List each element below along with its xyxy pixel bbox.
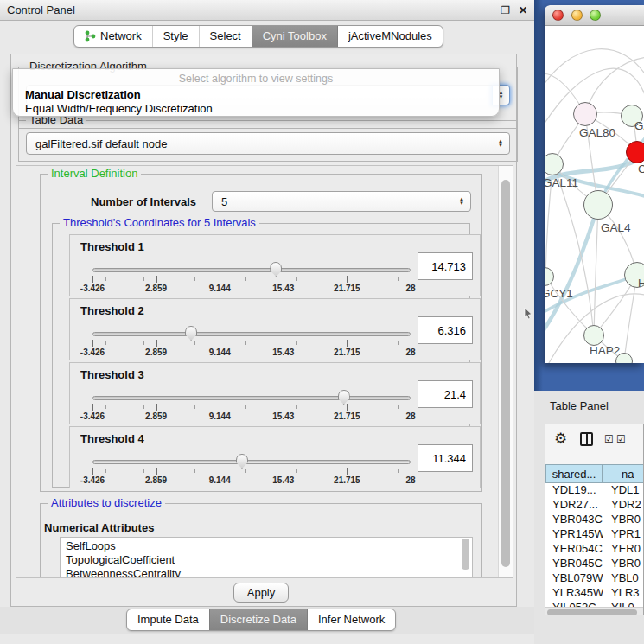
zoom-traffic-light[interactable] bbox=[590, 10, 601, 21]
threshold-value-field[interactable] bbox=[418, 316, 473, 344]
tick-label: 9.144 bbox=[209, 348, 231, 357]
column-header-name[interactable]: na bbox=[603, 464, 644, 483]
table-panel-titlebar: Table Panel bbox=[534, 391, 644, 424]
interval-definition-title: Interval Definition bbox=[48, 167, 141, 180]
gear-icon[interactable]: ⚙ bbox=[554, 430, 567, 448]
tick-label: -3.426 bbox=[80, 475, 105, 485]
attribute-item[interactable]: BetweennessCentrality bbox=[66, 567, 472, 578]
close-icon[interactable]: ✕ bbox=[519, 5, 527, 16]
slider-track[interactable] bbox=[92, 268, 411, 272]
tick-label: -3.426 bbox=[80, 348, 105, 357]
attributes-group: Attributes to discretize Numerical Attri… bbox=[40, 503, 482, 578]
slider-track[interactable] bbox=[92, 332, 411, 336]
threshold-value-field[interactable] bbox=[418, 444, 473, 472]
horizontal-scrollbar-thumb[interactable] bbox=[547, 609, 637, 615]
list-scrollbar[interactable] bbox=[462, 539, 469, 570]
checkbox-checked-icon[interactable]: ☑ bbox=[604, 433, 614, 445]
tick-label: 28 bbox=[405, 411, 415, 421]
checkbox-checked-icon[interactable]: ☑ bbox=[616, 433, 626, 445]
slider-thumb[interactable] bbox=[185, 326, 197, 341]
threshold-4-box: Threshold 4 -3.4262.8599.14415.4321.7152… bbox=[69, 426, 481, 488]
column-header-shared-name[interactable]: shared... bbox=[545, 464, 603, 483]
numerical-attributes-list[interactable]: SelfLoopsTopologicalCoefficientBetweenne… bbox=[60, 537, 473, 578]
slider-track[interactable] bbox=[92, 396, 411, 400]
tab-infer-network[interactable]: Infer Network bbox=[307, 609, 395, 630]
table-row[interactable]: YBR043CYBR0 bbox=[545, 513, 644, 527]
interval-definition-group: Interval Definition Number of Intervals … bbox=[40, 174, 482, 492]
table-row[interactable]: YLR345WYLR3 bbox=[545, 586, 644, 601]
apply-button[interactable]: Apply bbox=[233, 583, 289, 603]
table-panel: ⚙ ☑ ☑ shared... na YDL19...YDL1YDR27...Y… bbox=[545, 424, 644, 615]
number-of-intervals-combobox[interactable]: 5 ▲▼ bbox=[212, 191, 471, 212]
algorithm-option-manual[interactable]: Manual Discretization bbox=[16, 88, 496, 101]
slider-ticks bbox=[92, 405, 411, 409]
tab-jactivemnodules[interactable]: jActiveMNodules bbox=[337, 26, 443, 47]
network-desktop: GAL80 GA C GAL11 GAL4 GCY1 H HAP2 bbox=[534, 0, 644, 391]
tab-label: Network bbox=[100, 26, 142, 47]
table-cell: YDR27... bbox=[545, 498, 603, 513]
threshold-2-slider[interactable]: -3.4262.8599.14415.4321.71528 bbox=[92, 328, 411, 358]
attribute-item[interactable]: SelfLoops bbox=[66, 539, 472, 553]
slider-scale: -3.4262.8599.14415.4321.71528 bbox=[92, 475, 411, 486]
close-traffic-light[interactable] bbox=[552, 10, 564, 21]
bottom-tab-strip: Impute Data Discretize Data Infer Networ… bbox=[0, 607, 534, 634]
table-data-group: Table Data galFiltered.sif default node … bbox=[18, 120, 518, 162]
tab-cyni-toolbox[interactable]: Cyni Toolbox bbox=[252, 26, 337, 47]
node-gal4[interactable] bbox=[583, 190, 613, 220]
scrollbar-thumb[interactable] bbox=[501, 180, 510, 567]
table-row[interactable]: YER054CYER0 bbox=[545, 542, 644, 557]
columns-icon[interactable] bbox=[580, 432, 593, 446]
float-window-icon[interactable]: ❐ bbox=[501, 5, 510, 16]
threshold-value-field[interactable] bbox=[418, 252, 473, 280]
tick-label: 21.715 bbox=[334, 284, 360, 293]
attribute-item[interactable]: TopologicalCoefficient bbox=[66, 553, 472, 567]
table-cell: YPR145W bbox=[545, 527, 603, 542]
minimize-traffic-light[interactable] bbox=[571, 10, 583, 21]
node-hap2[interactable] bbox=[583, 325, 604, 346]
threshold-value-field[interactable] bbox=[418, 380, 473, 408]
table-row[interactable]: YBR045CYBR0 bbox=[545, 557, 644, 571]
combobox-stepper-icon[interactable]: ▲▼ bbox=[453, 197, 470, 206]
tab-network[interactable]: Network bbox=[74, 26, 152, 47]
table-row[interactable]: YDR27...YDR2 bbox=[545, 498, 644, 513]
combobox-stepper-icon[interactable]: ▲▼ bbox=[492, 139, 509, 148]
slider-thumb[interactable] bbox=[338, 390, 350, 405]
tab-discretize-data[interactable]: Discretize Data bbox=[209, 609, 307, 630]
node-label: GA bbox=[634, 119, 644, 132]
node-red-selected[interactable] bbox=[626, 141, 644, 163]
network-canvas[interactable]: GAL80 GA C GAL11 GAL4 GCY1 H HAP2 bbox=[545, 26, 644, 363]
tick-label: 21.715 bbox=[334, 475, 360, 485]
table-row[interactable]: YDL19...YDL1 bbox=[545, 483, 644, 498]
tab-style[interactable]: Style bbox=[152, 26, 199, 47]
tick-label: 28 bbox=[405, 348, 415, 357]
table-data-combobox[interactable]: galFiltered.sif default node ▲▼ bbox=[26, 132, 510, 155]
slider-track[interactable] bbox=[92, 460, 411, 464]
table-cell: YLR345W bbox=[545, 586, 603, 601]
node-gal80[interactable] bbox=[573, 102, 597, 126]
algorithm-option-equal-width[interactable]: Equal Width/Frequency Discretization bbox=[16, 102, 496, 115]
node-label: GAL11 bbox=[545, 176, 578, 189]
top-tab-strip: Network Style Select Cyni Toolbox jActiv… bbox=[0, 22, 534, 54]
thresholds-group: Threshold's Coordinates for 5 Intervals … bbox=[52, 223, 470, 488]
table-row[interactable]: YPR145WYPR1 bbox=[545, 527, 644, 542]
horizontal-scrollbar[interactable] bbox=[545, 607, 643, 615]
tick-label: 2.859 bbox=[145, 411, 167, 421]
table-cell: YLR3 bbox=[603, 586, 644, 601]
slider-thumb[interactable] bbox=[270, 262, 282, 277]
table-cell: YDL19... bbox=[545, 483, 603, 498]
tick-label: 15.43 bbox=[272, 348, 294, 357]
attributes-title: Attributes to discretize bbox=[48, 496, 165, 509]
threshold-1-slider[interactable]: -3.4262.8599.14415.4321.71528 bbox=[92, 265, 411, 294]
right-column: GAL80 GA C GAL11 GAL4 GCY1 H HAP2 Table … bbox=[534, 0, 644, 644]
node-label: H bbox=[638, 277, 644, 290]
tick-label: 28 bbox=[405, 475, 415, 485]
threshold-3-slider[interactable]: -3.4262.8599.14415.4321.71528 bbox=[92, 392, 411, 422]
thresholds-title: Threshold's Coordinates for 5 Intervals bbox=[60, 216, 259, 229]
slider-thumb[interactable] bbox=[236, 454, 248, 469]
table-row[interactable]: YBL079WYBL0 bbox=[545, 571, 644, 586]
threshold-2-box: Threshold 2 -3.4262.8599.14415.4321.7152… bbox=[69, 298, 481, 360]
threshold-4-slider[interactable]: -3.4262.8599.14415.4321.71528 bbox=[92, 456, 411, 486]
tab-impute-data[interactable]: Impute Data bbox=[127, 609, 209, 630]
tab-select[interactable]: Select bbox=[199, 26, 252, 47]
scrollbar-track[interactable] bbox=[498, 166, 513, 577]
